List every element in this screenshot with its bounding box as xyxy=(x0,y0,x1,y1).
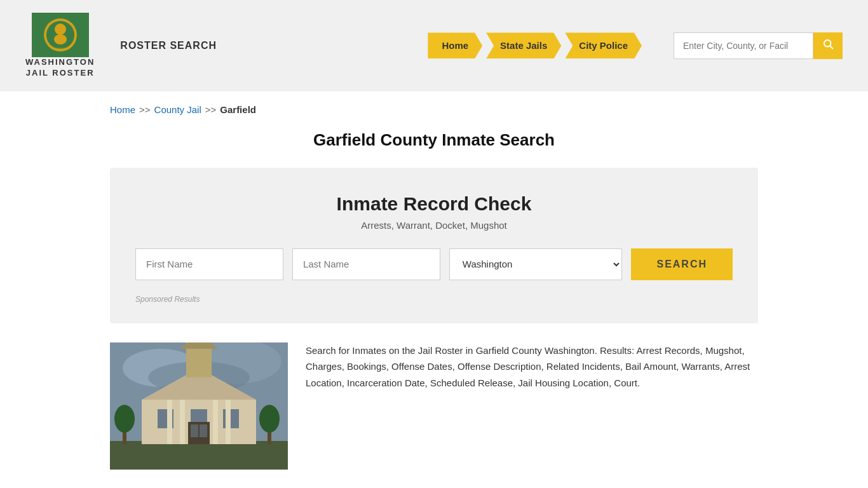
inmate-search-box: Inmate Record Check Arrests, Warrant, Do… xyxy=(110,168,758,323)
flag-icon: WASHINGTON xyxy=(32,13,89,57)
breadcrumb: Home >> County Jail >> Garfield xyxy=(110,104,758,115)
nav-home-button[interactable]: Home xyxy=(428,32,482,58)
svg-line-8 xyxy=(830,46,832,49)
nav-state-jails-button[interactable]: State Jails xyxy=(486,32,561,58)
bottom-section: Search for Inmates on the Jail Roster in… xyxy=(110,342,758,470)
svg-rect-28 xyxy=(213,400,218,444)
svg-rect-25 xyxy=(200,424,207,437)
building-image xyxy=(110,342,288,470)
search-icon xyxy=(822,38,834,50)
description-text: Search for Inmates on the Jail Roster in… xyxy=(306,342,758,391)
header-search-button[interactable] xyxy=(813,32,843,59)
breadcrumb-sep2: >> xyxy=(205,104,217,115)
breadcrumb-home-link[interactable]: Home xyxy=(110,104,135,115)
svg-rect-22 xyxy=(223,409,239,428)
last-name-input[interactable] xyxy=(292,248,440,280)
page-title: Garfield County Inmate Search xyxy=(110,130,758,150)
svg-point-33 xyxy=(259,405,280,433)
nav-city-police-button[interactable]: City Police xyxy=(565,32,642,58)
search-form-row: AlabamaAlaskaArizonaArkansasCaliforniaCo… xyxy=(135,248,733,280)
breadcrumb-current: Garfield xyxy=(220,104,256,115)
courthouse-illustration xyxy=(110,342,288,470)
site-logo[interactable]: WASHINGTON WASHINGTON JAIL ROSTER xyxy=(25,13,95,79)
site-header: WASHINGTON WASHINGTON JAIL ROSTER ROSTER… xyxy=(0,0,868,92)
header-search-input[interactable] xyxy=(674,32,813,59)
inmate-search-title: Inmate Record Check xyxy=(135,193,733,215)
roster-search-label: ROSTER SEARCH xyxy=(120,40,217,51)
svg-rect-13 xyxy=(110,441,288,470)
svg-rect-29 xyxy=(226,400,231,444)
main-content: Home >> County Jail >> Garfield Garfield… xyxy=(85,92,783,482)
breadcrumb-sep1: >> xyxy=(139,104,151,115)
svg-rect-26 xyxy=(167,400,172,444)
breadcrumb-county-jail-link[interactable]: County Jail xyxy=(154,104,201,115)
svg-text:WASHINGTON: WASHINGTON xyxy=(51,47,69,50)
search-button[interactable]: SEARCH xyxy=(631,248,733,280)
main-nav: Home State Jails City Police xyxy=(428,32,642,58)
inmate-search-subtitle: Arrests, Warrant, Docket, Mugshot xyxy=(135,220,733,231)
first-name-input[interactable] xyxy=(135,248,283,280)
svg-rect-27 xyxy=(180,400,185,444)
svg-point-31 xyxy=(114,405,135,433)
logo-text: WASHINGTON JAIL ROSTER xyxy=(25,57,95,79)
header-search-area xyxy=(674,32,843,59)
sponsored-label: Sponsored Results xyxy=(135,293,733,304)
state-select[interactable]: AlabamaAlaskaArizonaArkansasCaliforniaCo… xyxy=(449,248,623,280)
svg-rect-24 xyxy=(191,424,198,437)
svg-point-4 xyxy=(54,34,67,44)
svg-point-3 xyxy=(55,24,66,35)
